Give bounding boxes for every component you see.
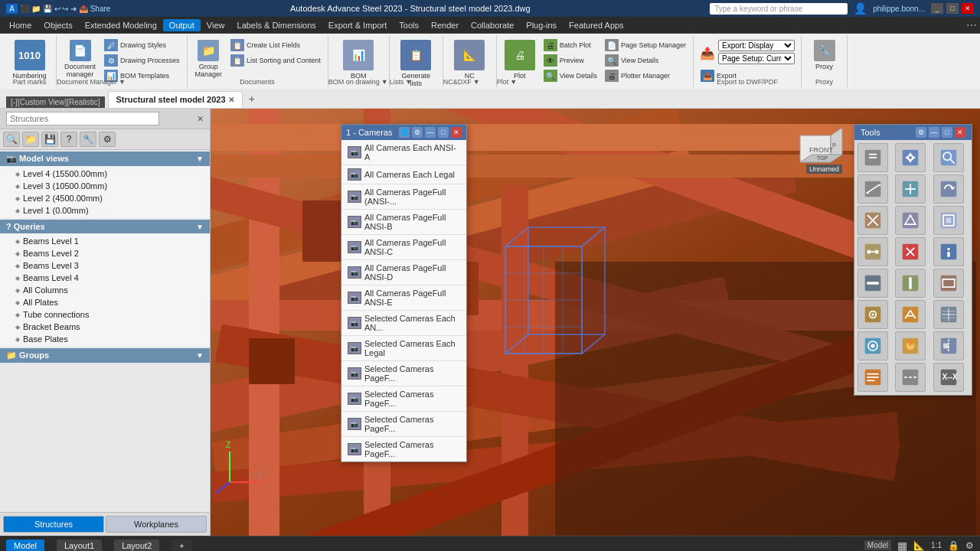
ribbon-btn-docmanager[interactable]: 📄 Documentmanager <box>61 38 99 80</box>
ribbon-btn-numbering[interactable]: 1010 Numbering <box>9 38 49 81</box>
tools-minimize-icon[interactable]: — <box>929 127 939 138</box>
list-item[interactable]: 📷 All Cameras PageFull (ANSI-... <box>341 184 466 210</box>
ribbon-btn-drawingstyles[interactable]: 🖊 Drawing Styles <box>102 38 182 52</box>
tool-btn-zoom[interactable] <box>933 143 964 172</box>
list-item[interactable]: 📷 All Cameras PageFull ANSI-C <box>341 235 466 260</box>
snap-icon[interactable]: 📐 <box>913 540 925 551</box>
tool-btn-list[interactable] <box>858 363 888 392</box>
view-cube-widget[interactable]: FRONT R TOP Unnamed <box>785 124 846 178</box>
menu-tools[interactable]: Tools <box>393 19 425 31</box>
grid-icon[interactable]: ▦ <box>897 540 907 552</box>
tool-btn-xform[interactable]: X--X <box>933 363 964 392</box>
tool-btn-move[interactable] <box>895 143 926 172</box>
toolbar-btn-6[interactable]: ⚙ <box>99 132 116 147</box>
section-modelviews[interactable]: 📷 Model views ▼ <box>0 152 210 166</box>
list-item[interactable]: 📷 Selected Cameras Each AN... <box>341 311 466 336</box>
tool-btn-weld[interactable] <box>895 300 926 329</box>
list-item[interactable]: ◆ All Columns <box>0 284 210 296</box>
status-tab-layout1[interactable]: Layout1 <box>57 540 102 552</box>
tool-btn-beam[interactable] <box>858 269 888 298</box>
tool-btn-select[interactable] <box>858 143 888 172</box>
list-item[interactable]: ◆ Base Plates <box>0 333 210 345</box>
tool-btn-measure[interactable] <box>858 174 888 204</box>
list-item[interactable]: 📷 Selected Cameras Each Legal <box>341 336 466 361</box>
window-controls[interactable]: _ □ ✕ <box>931 3 974 14</box>
list-item[interactable]: 📷 Selected Cameras PageF... <box>341 361 466 386</box>
list-item[interactable]: ◆ All Plates <box>0 296 210 308</box>
ribbon-btn-bom[interactable]: 📊 BOM <box>340 38 377 81</box>
tool-btn-column[interactable] <box>895 269 926 298</box>
menu-extended[interactable]: Extended Modeling <box>79 19 163 31</box>
menu-featured[interactable]: Featured Apps <box>563 19 630 31</box>
tool-btn-render[interactable] <box>895 331 926 360</box>
ribbon-btn-preview[interactable]: 👁 Preview <box>541 54 599 67</box>
tool-btn-frame[interactable] <box>933 206 964 235</box>
page-setup-select[interactable]: Page Setup: Current <box>718 53 795 64</box>
cameras-settings-icon[interactable]: ⚙ <box>412 127 423 138</box>
minimize-btn[interactable]: _ <box>931 3 943 14</box>
tools-close-icon[interactable]: ✕ <box>955 127 965 138</box>
ribbon-btn-ncdxf[interactable]: 📐 NC <box>451 38 488 81</box>
ribbon-btn-groupmanager[interactable]: 📁 GroupManager <box>192 38 226 80</box>
menu-output[interactable]: Output <box>163 19 201 31</box>
status-tab-model[interactable]: Model <box>6 540 44 552</box>
cameras-minimize-icon[interactable]: — <box>425 127 436 138</box>
export-display-select[interactable]: Export: Display <box>718 40 795 51</box>
list-item[interactable]: 📷 All Cameras PageFull ANSI-B <box>341 210 466 235</box>
lock-icon[interactable]: 🔒 <box>948 540 959 551</box>
ribbon-btn-pagesetup[interactable]: 📄 Page Setup Manager <box>603 38 688 52</box>
list-item[interactable]: ◆ Level 2 (4500.00mm) <box>0 192 210 204</box>
section-groups[interactable]: 📁 Groups ▼ <box>0 348 210 363</box>
menu-view[interactable]: View <box>201 19 231 31</box>
search-box[interactable]: Type a keyword or phrase <box>710 3 848 15</box>
toolbar-btn-2[interactable]: 📁 <box>22 132 39 147</box>
ribbon-btn-plotterdetails[interactable]: 🔍 View Details <box>603 54 688 67</box>
list-item[interactable]: 📷 Selected Cameras PageF... <box>341 386 466 412</box>
cameras-maximize-icon[interactable]: □ <box>438 127 449 138</box>
tool-btn-view[interactable] <box>858 331 888 360</box>
list-item[interactable]: ◆ Beams Level 2 <box>0 247 210 259</box>
list-item[interactable]: ◆ Level 4 (15500.00mm) <box>0 168 210 180</box>
status-tab-add[interactable]: + <box>172 540 191 552</box>
cameras-close-icon[interactable]: ✕ <box>451 127 462 138</box>
list-item[interactable]: 📷 Selected Cameras PageF... <box>341 412 466 437</box>
list-item[interactable]: ◆ Tube connections <box>0 308 210 321</box>
menu-objects[interactable]: Objects <box>38 19 78 31</box>
list-item[interactable]: 📷 All Cameras PageFull ANSI-E <box>341 285 466 311</box>
close-btn[interactable]: ✕ <box>962 3 974 14</box>
structures-btn[interactable]: Structures <box>3 516 104 533</box>
ribbon-btn-proxy[interactable]: 🔧 Proxy <box>809 38 840 72</box>
ribbon-btn-batchplot[interactable]: 🖨 Batch Plot <box>541 38 599 52</box>
settings-icon[interactable]: ⚙ <box>965 540 974 551</box>
ribbon-btn-plot[interactable]: 🖨 Plot <box>501 38 538 81</box>
tool-btn-bolt[interactable] <box>858 300 888 329</box>
menu-labels[interactable]: Labels & Dimensions <box>231 19 322 31</box>
tab-main[interactable]: Structural steel model 2023 ✕ <box>108 91 243 108</box>
list-item[interactable]: ◆ Beams Level 4 <box>0 272 210 284</box>
tool-btn-plate[interactable] <box>933 269 964 298</box>
list-item[interactable]: ◆ Level 1 (0.00mm) <box>0 204 210 217</box>
quick-access-icons[interactable]: ⬛ 📁 💾 ↩ ↪ ➜ 📤 Share <box>20 5 110 13</box>
toolbar-btn-4[interactable]: ? <box>60 132 77 147</box>
tool-btn-info[interactable] <box>933 237 964 266</box>
status-tab-layout2[interactable]: Layout2 <box>114 540 159 552</box>
menu-plugins[interactable]: Plug-ins <box>520 19 563 31</box>
workplanes-btn[interactable]: Workplanes <box>106 516 207 533</box>
tools-settings-icon[interactable]: ⚙ <box>916 127 926 138</box>
tool-btn-shape[interactable] <box>895 206 926 235</box>
tool-btn-rotate[interactable] <box>933 174 964 204</box>
tool-btn-section[interactable] <box>933 331 964 360</box>
ribbon-btn-listsorting[interactable]: 📋 List Sorting and Content <box>228 54 323 67</box>
menu-home[interactable]: Home <box>3 19 38 31</box>
menu-render[interactable]: Render <box>425 19 465 31</box>
menu-export[interactable]: Export & Import <box>322 19 393 31</box>
tool-btn-connect[interactable] <box>858 237 888 266</box>
toolbar-btn-1[interactable]: 🔍 <box>3 132 20 147</box>
list-item[interactable]: 📷 All Cameras Each Legal <box>341 165 466 184</box>
list-item[interactable]: ◆ Beams Level 3 <box>0 259 210 272</box>
list-item[interactable]: ◆ Beams Level 1 <box>0 235 210 247</box>
search-close-icon[interactable]: ✕ <box>197 114 204 124</box>
tool-btn-cut[interactable] <box>858 206 888 235</box>
tool-btn-dashes[interactable] <box>895 363 926 392</box>
toolbar-btn-3[interactable]: 💾 <box>41 132 58 147</box>
